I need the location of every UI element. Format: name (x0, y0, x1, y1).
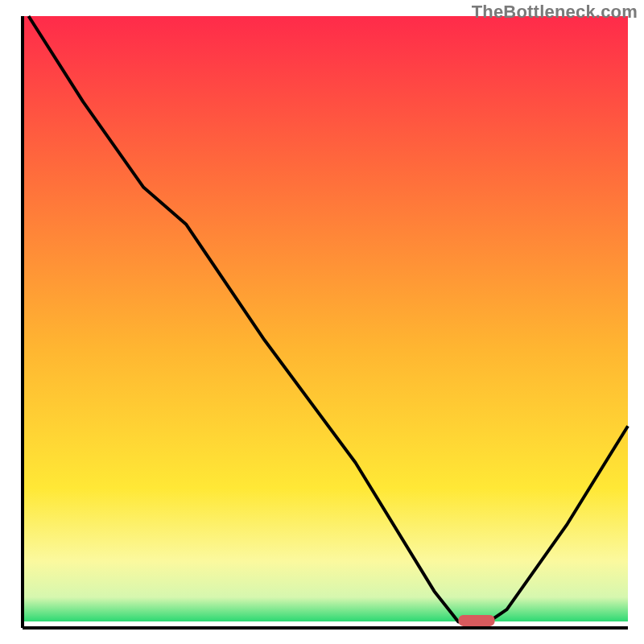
chart-container: TheBottleneck.com (0, 0, 644, 644)
watermark-text: TheBottleneck.com (472, 2, 638, 23)
plot-background (23, 16, 628, 621)
bottleneck-chart (0, 0, 644, 644)
optimal-range-marker (458, 615, 494, 626)
